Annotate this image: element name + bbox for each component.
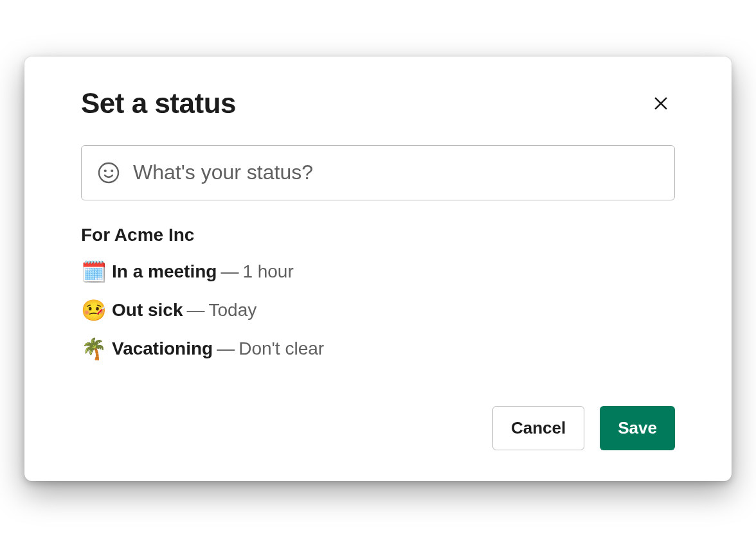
preset-duration: Today <box>208 300 256 321</box>
status-input[interactable] <box>133 161 659 184</box>
preset-separator: — <box>217 339 235 359</box>
modal-footer: Cancel Save <box>81 406 675 450</box>
smiley-icon <box>97 161 120 184</box>
preset-label: Out sick <box>112 300 183 321</box>
preset-label: In a meeting <box>112 261 217 282</box>
preset-separator: — <box>186 300 204 321</box>
workspace-section-label: For Acme Inc <box>81 225 675 245</box>
preset-separator: — <box>221 261 239 282</box>
preset-duration: Don't clear <box>239 339 324 359</box>
emoji-picker-button[interactable] <box>97 161 120 184</box>
modal-title: Set a status <box>81 87 236 119</box>
preset-label: Vacationing <box>112 339 213 359</box>
preset-in-a-meeting[interactable]: 🗓️ In a meeting — 1 hour <box>81 260 675 284</box>
status-input-wrapper[interactable] <box>81 145 675 200</box>
cancel-button[interactable]: Cancel <box>492 406 584 450</box>
modal-header: Set a status <box>81 87 675 119</box>
preset-vacationing[interactable]: 🌴 Vacationing — Don't clear <box>81 337 675 361</box>
set-status-modal: Set a status For Acme Inc 🗓️ In a meetin… <box>24 57 732 481</box>
close-button[interactable] <box>647 89 675 118</box>
svg-point-2 <box>99 163 118 182</box>
svg-point-4 <box>111 170 113 172</box>
calendar-icon: 🗓️ <box>81 260 112 284</box>
svg-point-3 <box>105 170 106 172</box>
palm-tree-icon: 🌴 <box>81 337 112 361</box>
save-button[interactable]: Save <box>600 406 675 450</box>
preset-duration: 1 hour <box>242 261 293 282</box>
close-icon <box>652 94 670 112</box>
preset-list: 🗓️ In a meeting — 1 hour 🤒 Out sick — To… <box>81 260 675 361</box>
preset-out-sick[interactable]: 🤒 Out sick — Today <box>81 298 675 322</box>
sick-face-icon: 🤒 <box>81 298 112 322</box>
